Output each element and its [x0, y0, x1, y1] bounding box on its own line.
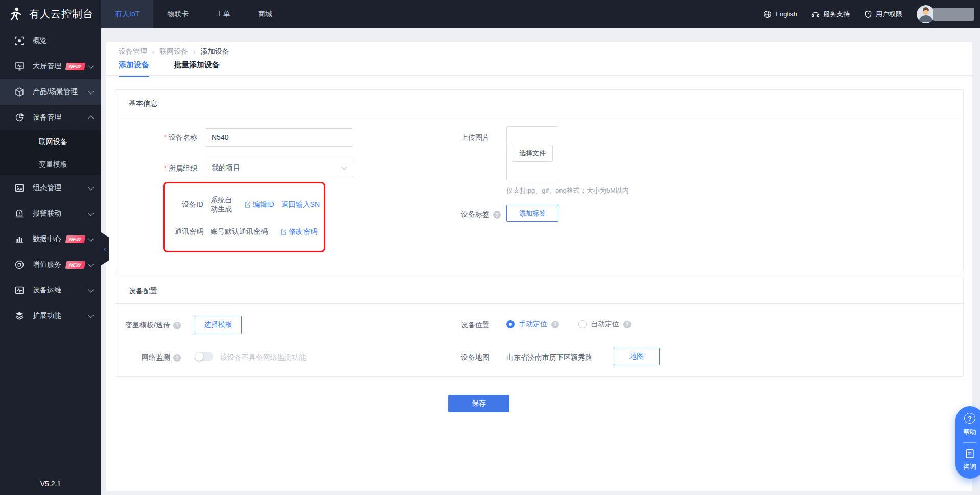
question-circle-icon[interactable]: ? — [964, 413, 975, 424]
language-switch[interactable]: English — [763, 10, 797, 18]
service-support[interactable]: 服务支持 — [811, 10, 850, 19]
topbar-right: English 服务支持 用户权限 — [763, 5, 980, 23]
upload-dropzone[interactable]: 选择文件 — [506, 126, 558, 180]
chevron-down-icon — [88, 210, 94, 216]
sidebar-collapse-handle[interactable]: ‹ — [101, 232, 109, 265]
globe-icon — [763, 10, 772, 18]
network-monitor-toggle[interactable] — [195, 352, 213, 361]
edit-icon — [244, 202, 251, 208]
document-icon[interactable] — [965, 449, 975, 459]
edit-id-link[interactable]: 编辑ID — [244, 200, 274, 209]
help-icon[interactable]: ? — [493, 211, 501, 219]
screen-icon — [14, 62, 25, 71]
device-location-label: 设备位置 — [461, 321, 489, 330]
value-added-icon — [14, 260, 25, 269]
breadcrumb-device-mgmt[interactable]: 设备管理 — [119, 47, 147, 56]
main-content: 设备管理 › 联网设备 › 添加设备 添加设备 批量添加设备 基本信息 *设备名… — [106, 42, 972, 491]
chevron-down-icon — [88, 88, 94, 94]
comm-password-label: 通讯密码 — [171, 227, 203, 237]
headset-icon — [811, 10, 820, 18]
radio-unselected-icon[interactable] — [578, 320, 587, 328]
top-nav: 有人IoT 物联卡 工单 商城 — [101, 0, 286, 28]
sidebar-item-bigscreen[interactable]: 大屏管理 NEW — [0, 54, 101, 79]
organization-select[interactable]: 我的项目 — [205, 159, 353, 177]
user-account[interactable] — [917, 5, 974, 23]
upload-image-label: 上传图片 — [461, 133, 489, 143]
map-button[interactable]: 地图 — [614, 348, 660, 365]
chevron-up-icon — [88, 115, 94, 121]
manual-location-option[interactable]: 手动定位 ? — [506, 320, 559, 329]
help-button[interactable]: 帮助 — [963, 428, 976, 437]
device-tag-label: 设备标签 ? — [461, 210, 501, 219]
sidebar-item-device-mgmt[interactable]: 设备管理 — [0, 105, 101, 130]
chevron-down-icon — [88, 261, 94, 267]
radio-selected-icon[interactable] — [506, 320, 515, 328]
logo-person-icon — [8, 7, 24, 22]
location-radio-group: 手动定位 ? 自动定位 ? — [506, 320, 631, 329]
app-title: 有人云控制台 — [29, 7, 94, 21]
chevron-down-icon — [88, 63, 94, 68]
basic-info-title: 基本信息 — [115, 90, 963, 116]
sidebar-item-datacenter[interactable]: 数据中心 NEW — [0, 226, 101, 252]
sidebar-item-overview[interactable]: 概览 — [0, 28, 101, 54]
help-icon[interactable]: ? — [551, 321, 559, 328]
upload-hint: 仅支持jpg、gif、png格式；大小为5M以内 — [506, 186, 629, 195]
auto-location-option[interactable]: 自动定位 ? — [578, 320, 631, 329]
template-label: 变量模板/透传 ? — [115, 321, 181, 330]
save-button[interactable]: 保存 — [448, 395, 509, 412]
sidebar-item-alarm[interactable]: 报警联动 — [0, 201, 101, 226]
sidebar-item-scada[interactable]: 组态管理 — [0, 175, 101, 201]
choose-file-button[interactable]: 选择文件 — [512, 145, 553, 162]
network-monitor-hint: 该设备不具备网络监测功能 — [220, 353, 306, 362]
breadcrumb-network-devices[interactable]: 联网设备 — [159, 47, 188, 56]
help-icon[interactable]: ? — [173, 322, 181, 329]
breadcrumb-add-device: 添加设备 — [201, 47, 229, 56]
overview-icon — [14, 36, 25, 45]
consult-button[interactable]: 咨询 — [963, 462, 976, 472]
nav-tab-iot[interactable]: 有人IoT — [101, 0, 153, 28]
device-config-card: 设备配置 变量模板/透传 ? 选择模板 网络监测 ? 该设备不具备网络监测功能 … — [115, 277, 964, 377]
device-address-value: 山东省济南市历下区颖秀路 — [506, 353, 592, 362]
cube-icon — [14, 87, 25, 97]
nav-tab-mall[interactable]: 商城 — [244, 0, 286, 28]
version-label: V5.2.1 — [0, 480, 101, 488]
tabs-divider — [106, 75, 972, 76]
breadcrumb-separator: › — [152, 48, 154, 56]
help-icon[interactable]: ? — [173, 354, 181, 362]
device-id-value: 系统自动生成 — [211, 196, 237, 214]
change-password-link[interactable]: 修改密码 — [280, 227, 317, 237]
image-icon — [14, 183, 25, 193]
help-icon[interactable]: ? — [623, 321, 631, 328]
sidebar-item-value-added[interactable]: 增值服务 NEW — [0, 252, 101, 277]
chevron-down-icon — [88, 235, 94, 241]
nav-tab-sim[interactable]: 物联卡 — [153, 0, 202, 28]
device-id-row: 设备ID 系统自动生成 编辑ID 返回输入SN — [171, 196, 320, 214]
sidebar-item-product-scene[interactable]: 产品/场景管理 — [0, 79, 101, 105]
bar-chart-icon — [14, 234, 25, 244]
chevron-down-icon — [88, 287, 94, 292]
new-badge: NEW — [65, 63, 86, 70]
avatar — [917, 5, 935, 23]
device-id-label: 设备ID — [171, 200, 203, 209]
username-redacted — [933, 8, 974, 21]
basic-info-card: 基本信息 *设备名称 *所属组织 我的项目 设备ID 系统自动生成 — [115, 89, 964, 271]
highlight-red-box: 设备ID 系统自动生成 编辑ID 返回输入SN 通讯密码 账号默认通讯密码 — [163, 182, 325, 252]
chevron-down-icon — [88, 184, 94, 190]
monitor-pulse-icon — [14, 286, 25, 295]
sidebar-subitem-network-devices[interactable]: 联网设备 — [0, 130, 101, 153]
sidebar-subitem-variable-templates[interactable]: 变量模板 — [0, 153, 101, 175]
back-to-sn-link[interactable]: 返回输入SN — [282, 200, 320, 209]
device-name-input[interactable] — [205, 128, 353, 147]
user-permission[interactable]: 用户权限 — [864, 10, 902, 19]
sidebar-item-device-ops[interactable]: 设备运维 — [0, 277, 101, 303]
sidebar-item-extensions[interactable]: 扩展功能 — [0, 303, 101, 328]
pie-chart-icon — [14, 113, 25, 122]
topbar: 有人云控制台 有人IoT 物联卡 工单 商城 English 服务支持 用户权限 — [0, 0, 980, 28]
device-map-label: 设备地图 — [461, 353, 489, 362]
new-badge: NEW — [65, 261, 86, 269]
comm-password-value: 账号默认通讯密码 — [211, 227, 268, 237]
nav-tab-workorder[interactable]: 工单 — [202, 0, 244, 28]
app-logo[interactable]: 有人云控制台 — [0, 7, 101, 22]
choose-template-button[interactable]: 选择模板 — [195, 316, 242, 334]
add-tag-button[interactable]: 添加标签 — [506, 205, 558, 222]
